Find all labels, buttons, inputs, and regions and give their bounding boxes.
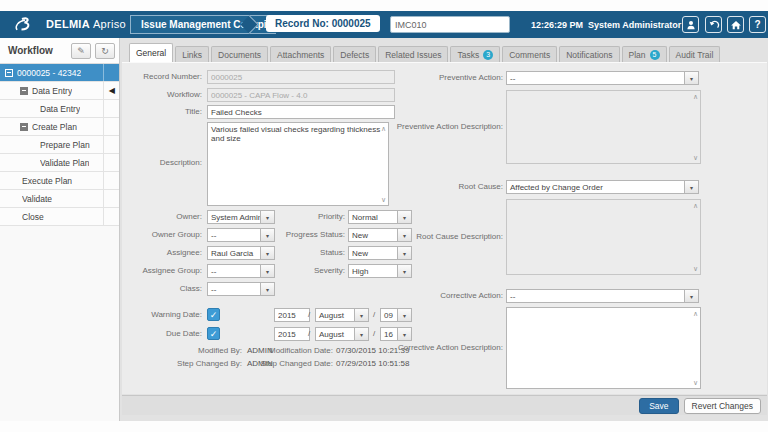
dropdown-arrow-icon[interactable] <box>684 72 698 84</box>
progress-status-select[interactable]: New <box>348 228 412 242</box>
revert-changes-button[interactable]: Revert Changes <box>684 398 761 414</box>
workflow-node-execute-plan[interactable]: Execute Plan <box>0 172 119 190</box>
dropdown-arrow-icon[interactable] <box>260 229 274 241</box>
workflow-label: Workflow: <box>167 90 202 99</box>
assignee-group-select[interactable]: -- <box>207 264 275 278</box>
root-cause-select[interactable]: Affected by Change Order <box>506 180 699 194</box>
workflow-node-close[interactable]: Close <box>0 208 119 226</box>
dropdown-arrow-icon[interactable] <box>260 211 274 223</box>
undo-button[interactable] <box>705 16 722 33</box>
dropdown-arrow-icon[interactable] <box>397 265 411 277</box>
dropdown-arrow-icon[interactable] <box>354 309 368 321</box>
description-textarea[interactable]: Various failed visual checks regarding t… <box>208 123 388 205</box>
workflow-node-data-entry-group[interactable]: Data Entry ◀ <box>0 82 119 100</box>
description-textarea-wrap: Various failed visual checks regarding t… <box>207 122 389 206</box>
due-date-day-select[interactable]: 16 <box>380 327 412 341</box>
tab-documents[interactable]: Documents <box>211 46 268 62</box>
tree-node-label: Prepare Plan <box>40 140 90 150</box>
class-value: -- <box>208 285 260 294</box>
workflow-node-record[interactable]: 0000025 - 42342 <box>0 64 119 82</box>
owner-group-select[interactable]: -- <box>207 228 275 242</box>
operation-code-input[interactable] <box>390 16 510 33</box>
scroll-up-icon[interactable]: ∧ <box>693 202 698 209</box>
general-tab-content: Record Number: Workflow: Title: Descript… <box>122 62 767 394</box>
dropdown-arrow-icon[interactable] <box>397 211 411 223</box>
tab-attachments[interactable]: Attachments <box>270 46 331 62</box>
collapse-icon[interactable] <box>20 87 28 95</box>
corrective-action-select[interactable]: -- <box>506 289 699 303</box>
severity-select[interactable]: High <box>348 264 412 278</box>
dropdown-arrow-icon[interactable] <box>397 328 411 340</box>
workflow-refresh-button[interactable]: ↻ <box>95 43 115 59</box>
warning-date-month-select[interactable]: August <box>315 308 369 322</box>
tab-plan[interactable]: Plan5 <box>622 46 667 62</box>
title-input[interactable] <box>207 105 395 119</box>
tab-defects[interactable]: Defects <box>333 46 376 62</box>
tree-node-label: 0000025 - 42342 <box>17 68 81 78</box>
scroll-down-icon[interactable]: ∨ <box>693 154 698 161</box>
tab-label: Audit Trail <box>676 50 714 60</box>
collapse-icon[interactable] <box>20 123 28 131</box>
tab-related-issues[interactable]: Related Issues <box>378 46 448 62</box>
root-cause-description-wrap: ∧ ∨ <box>506 199 701 275</box>
record-number-input <box>207 70 395 84</box>
corrective-action-value: -- <box>507 292 684 301</box>
dropdown-arrow-icon[interactable] <box>260 265 274 277</box>
dropdown-arrow-icon[interactable] <box>684 290 698 302</box>
tab-general[interactable]: General <box>129 43 173 62</box>
step-changed-date-label: Step Changed Date: <box>261 359 334 368</box>
scroll-down-icon[interactable]: ∨ <box>693 265 698 272</box>
description-label: Description: <box>160 158 202 167</box>
scroll-down-icon[interactable]: ∨ <box>693 379 698 386</box>
scroll-up-icon[interactable]: ∧ <box>693 93 698 100</box>
workflow-node-prepare-plan[interactable]: Prepare Plan <box>0 136 119 154</box>
dropdown-arrow-icon[interactable] <box>397 247 411 259</box>
save-button[interactable]: Save <box>639 398 678 414</box>
due-date-month-select[interactable]: August <box>315 327 369 341</box>
dropdown-arrow-icon[interactable] <box>684 181 698 193</box>
top-bar: DELMIAApriso Issue Management Cockpit Re… <box>0 11 768 38</box>
undo-arrow-icon <box>708 19 720 31</box>
dropdown-arrow-icon[interactable] <box>354 328 368 340</box>
warning-date-day-select[interactable]: 09 <box>380 308 412 322</box>
due-date-checkbox[interactable] <box>207 327 220 340</box>
dropdown-arrow-icon[interactable] <box>397 309 411 321</box>
user-profile-button[interactable] <box>682 16 699 33</box>
scroll-up-icon[interactable]: ∧ <box>693 310 698 317</box>
dropdown-arrow-icon[interactable] <box>397 229 411 241</box>
assignee-select[interactable]: Raul Garcia <box>207 246 275 260</box>
tab-tasks[interactable]: Tasks3 <box>450 46 500 62</box>
collapse-icon[interactable] <box>5 69 13 77</box>
preventive-action-description-textarea[interactable] <box>507 91 700 163</box>
workflow-node-create-plan[interactable]: Create Plan <box>0 118 119 136</box>
warning-date-year-input[interactable] <box>274 308 310 322</box>
tab-links[interactable]: Links <box>175 46 209 62</box>
tab-comments[interactable]: Comments <box>502 46 557 62</box>
dropdown-arrow-icon[interactable] <box>260 247 274 259</box>
owner-select[interactable]: System Administrator <box>207 210 275 224</box>
workflow-node-validate[interactable]: Validate <box>0 190 119 208</box>
tab-audit-trail[interactable]: Audit Trail <box>669 46 721 62</box>
root-cause-description-textarea[interactable] <box>507 200 700 274</box>
scroll-down-icon[interactable]: ∨ <box>381 196 386 203</box>
workflow-node-data-entry[interactable]: Data Entry <box>0 100 119 118</box>
corrective-action-description-textarea[interactable] <box>507 308 700 388</box>
preventive-action-select[interactable]: -- <box>506 71 699 85</box>
warning-date-checkbox[interactable] <box>207 308 220 321</box>
scroll-up-icon[interactable]: ∧ <box>381 125 386 132</box>
owner-label: Owner: <box>176 212 202 221</box>
question-mark-icon: ? <box>754 19 760 30</box>
tree-node-label: Execute Plan <box>22 176 72 186</box>
tab-notifications[interactable]: Notifications <box>559 46 619 62</box>
due-date-year-input[interactable] <box>274 327 310 341</box>
class-select[interactable]: -- <box>207 282 275 296</box>
tree-node-label: Validate <box>22 194 52 204</box>
status-select[interactable]: New <box>348 246 412 260</box>
help-button[interactable]: ? <box>749 16 766 33</box>
home-button[interactable] <box>727 16 744 33</box>
workflow-tree: 0000025 - 42342 Data Entry ◀ Data Entry … <box>0 64 119 226</box>
workflow-edit-button[interactable]: ✎ <box>71 43 91 59</box>
priority-select[interactable]: Normal <box>348 210 412 224</box>
workflow-node-validate-plan[interactable]: Validate Plan <box>0 154 119 172</box>
dropdown-arrow-icon[interactable] <box>260 283 274 295</box>
